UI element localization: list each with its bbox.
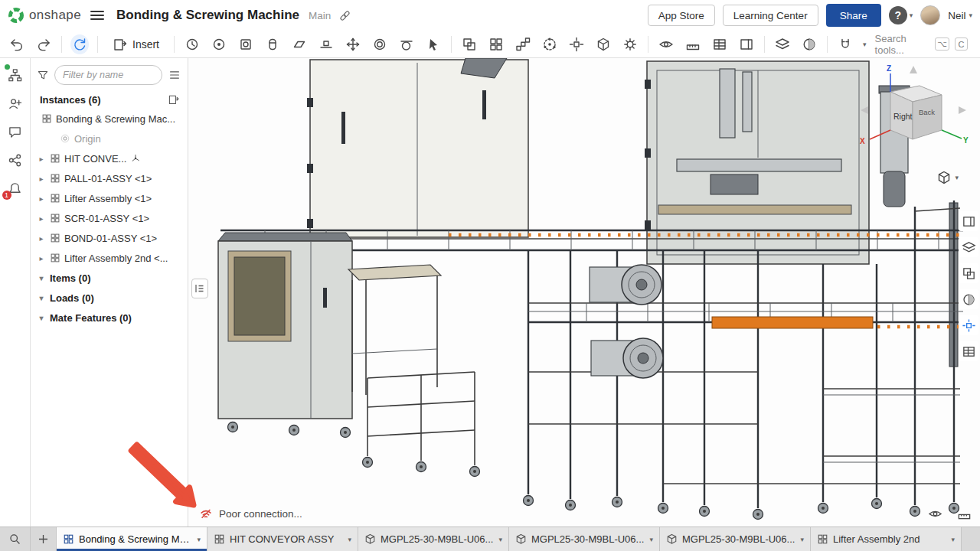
graphics-viewport[interactable]: Right Back Z X Y ▾ [188, 58, 980, 527]
help-button[interactable]: ? [889, 6, 907, 24]
comments-button[interactable] [6, 122, 24, 141]
versions-button[interactable] [6, 66, 24, 84]
fastened-mate-icon[interactable] [237, 34, 255, 54]
render-mode-button[interactable] [926, 505, 943, 522]
tab-lifter-assembly-2nd[interactable]: Lifter Assembly 2nd ▾ [811, 527, 962, 551]
scale-units-button[interactable] [956, 505, 972, 522]
drag-cursor-icon[interactable] [424, 34, 443, 54]
linear-pattern-icon[interactable] [514, 34, 532, 54]
configurations-button[interactable] [959, 237, 978, 257]
main-menu-icon[interactable] [89, 7, 106, 24]
expand-chevron-icon[interactable]: ▸ [37, 234, 46, 243]
tab-menu-chevron-icon[interactable]: ▾ [649, 536, 653, 543]
display-states-icon[interactable] [657, 34, 675, 54]
named-positions-icon[interactable] [183, 34, 201, 54]
group-icon[interactable] [460, 34, 479, 54]
measure-icon[interactable] [800, 34, 818, 54]
display-states-button[interactable] [959, 263, 978, 283]
explode-icon[interactable] [567, 34, 586, 54]
cube-back-face[interactable] [913, 95, 942, 139]
screw-mate-icon[interactable] [710, 34, 729, 54]
bom-icon[interactable] [773, 34, 792, 54]
rotate-left-icon[interactable] [861, 106, 868, 114]
planar-mate-icon[interactable] [290, 34, 309, 54]
tree-item-origin[interactable]: Origin [31, 129, 188, 148]
list-view-icon[interactable] [168, 68, 181, 82]
tree-item-root[interactable]: Bonding & Screwing Mac... [31, 109, 188, 129]
expand-chevron-icon[interactable]: ▸ [37, 155, 46, 163]
revolute-mate-icon[interactable] [263, 34, 282, 54]
tree-item[interactable]: ▸ Lifter Assembly <1> [31, 188, 188, 208]
tree-item[interactable]: ▸ SCR-01-ASSY <1> [31, 208, 188, 228]
collapse-chevron-icon[interactable]: ▾ [37, 314, 46, 322]
insert-instance-icon[interactable] [168, 93, 180, 106]
rotate-up-icon[interactable] [910, 66, 917, 73]
redo-button[interactable] [34, 34, 53, 54]
tree-item[interactable]: ▸ Lifter Assembly 2nd <... [31, 248, 188, 268]
search-tools[interactable]: Search tools... ⌥ C [875, 33, 972, 56]
tangent-mate-icon[interactable] [397, 34, 416, 54]
tab-assembly-main[interactable]: Bonding & Screwing Ma... ▾ [57, 527, 207, 551]
section-view-button[interactable] [959, 289, 978, 309]
gear-relation-icon[interactable] [621, 34, 639, 54]
section-items[interactable]: ▾ Items (0) [31, 268, 188, 288]
tab-menu-chevron-icon[interactable]: ▾ [498, 536, 502, 543]
undo-button[interactable] [8, 34, 26, 54]
user-menu[interactable]: Neil ▾ [948, 10, 972, 21]
tab-part-mgpl-1[interactable]: MGPL25-30-M9BL-U06... ▾ [358, 527, 509, 551]
sync-button[interactable] [70, 34, 89, 54]
workspace-label[interactable]: Main [309, 10, 331, 21]
follow-button[interactable] [6, 94, 24, 112]
mate-values-button[interactable] [959, 341, 978, 361]
notifications-button[interactable]: 1 [6, 179, 24, 197]
tab-part-mgpl-2[interactable]: MGPL25-30-M9BL-U06... ▾ [509, 527, 660, 551]
part-cube-icon[interactable] [594, 34, 612, 54]
help-chevron-icon[interactable]: ▾ [910, 11, 913, 19]
tab-hit-conveyor[interactable]: HIT CONVEYOR ASSY ▾ [207, 527, 358, 551]
snap-mode-chevron-icon[interactable]: ▾ [863, 41, 867, 48]
view-mode-button[interactable]: ▾ [936, 170, 959, 185]
replicate-icon[interactable] [487, 34, 505, 54]
share-link-icon[interactable] [338, 9, 351, 22]
tab-part-mgpl-3[interactable]: MGPL25-30-M9BL-U06... ▾ [660, 527, 811, 551]
expand-chevron-icon[interactable]: ▸ [37, 174, 46, 183]
search-tabs-button[interactable] [0, 527, 31, 551]
appearance-button[interactable] [959, 315, 978, 335]
insert-button[interactable]: Insert [106, 34, 165, 54]
add-tab-button[interactable] [31, 527, 57, 551]
collapse-chevron-icon[interactable]: ▾ [37, 294, 46, 302]
mate-icon[interactable] [210, 34, 228, 54]
right-panel-button[interactable] [959, 211, 978, 231]
tab-menu-chevron-icon[interactable]: ▾ [197, 536, 201, 543]
slider-mate-icon[interactable] [317, 34, 335, 54]
tab-menu-chevron-icon[interactable]: ▾ [348, 536, 351, 543]
avatar[interactable] [920, 5, 940, 25]
tab-menu-chevron-icon[interactable]: ▾ [800, 536, 804, 543]
tree-item[interactable]: ▸ HIT CONVE... [31, 148, 188, 168]
expand-chevron-icon[interactable]: ▸ [37, 254, 46, 262]
view-cube[interactable]: Right Back Z X Y [856, 63, 971, 162]
onshape-logo[interactable]: onshape [8, 7, 81, 24]
section-mate-features[interactable]: ▾ Mate Features (0) [31, 308, 188, 328]
panel-toggle[interactable] [191, 279, 208, 298]
tree-item[interactable]: ▸ PALL-01-ASSY <1> [31, 168, 188, 188]
collapse-chevron-icon[interactable]: ▾ [37, 274, 46, 282]
filter-icon[interactable] [37, 69, 49, 81]
section-loads[interactable]: ▾ Loads (0) [31, 288, 188, 308]
tree-item[interactable]: ▸ BOND-01-ASSY <1> [31, 228, 188, 248]
integrations-button[interactable] [6, 151, 24, 169]
expand-chevron-icon[interactable]: ▸ [37, 214, 46, 223]
circular-pattern-icon[interactable] [541, 34, 559, 54]
ball-mate-icon[interactable] [371, 34, 389, 54]
section-properties-icon[interactable] [737, 34, 756, 54]
rack-pinion-icon[interactable] [684, 34, 702, 54]
expand-chevron-icon[interactable]: ▸ [37, 194, 46, 203]
share-button[interactable]: Share [826, 4, 881, 27]
rotate-right-icon[interactable] [959, 106, 966, 114]
move-part-icon[interactable] [344, 34, 362, 54]
tab-menu-chevron-icon[interactable]: ▾ [951, 536, 955, 543]
app-store-button[interactable]: App Store [648, 5, 715, 26]
snap-mode-icon[interactable] [836, 34, 854, 54]
filter-input[interactable] [54, 65, 162, 85]
learning-center-button[interactable]: Learning Center [723, 5, 818, 26]
